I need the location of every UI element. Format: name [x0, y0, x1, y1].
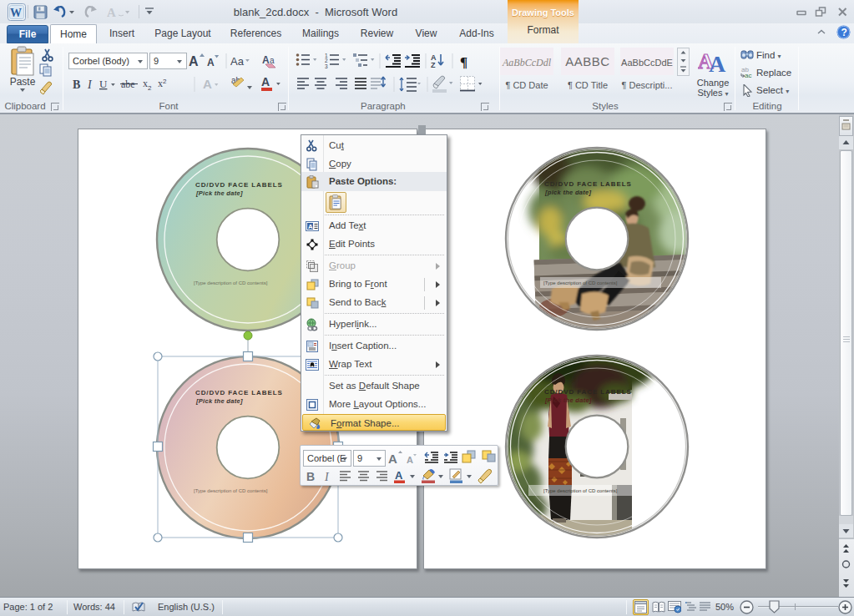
svg-text:[Type description of CD conten: [Type description of CD contents] [194, 280, 268, 285]
svg-text:A: A [261, 75, 270, 88]
svg-text:Z: Z [431, 61, 436, 69]
svg-text:B: B [73, 78, 80, 91]
svg-text:I: I [87, 78, 93, 91]
svg-text:U: U [99, 78, 108, 90]
svg-text:W: W [10, 7, 22, 19]
svg-text:2: 2 [163, 78, 167, 85]
svg-text:¶: ¶ [460, 54, 467, 70]
svg-text:?: ? [841, 27, 847, 38]
svg-text:A: A [388, 452, 397, 466]
svg-text:[Pick the date]: [Pick the date] [195, 189, 243, 197]
svg-text:3: 3 [325, 63, 328, 69]
svg-text:a: a [270, 56, 275, 65]
svg-text:Aa: Aa [230, 55, 245, 68]
svg-text:A: A [189, 54, 199, 68]
svg-text:[Type description of CD conten: [Type description of CD contents] [543, 280, 618, 285]
svg-text:A: A [395, 469, 403, 482]
svg-text:A: A [709, 51, 726, 75]
svg-text:CD/DVD FACE LABELS: CD/DVD FACE LABELS [544, 388, 632, 396]
svg-text:CD/DVD FACE LABELS: CD/DVD FACE LABELS [195, 181, 283, 189]
svg-text:CD/DVD FACE LABELS: CD/DVD FACE LABELS [544, 180, 632, 188]
svg-text:[Type description of CD conten: [Type description of CD contents] [543, 488, 618, 493]
svg-text:A: A [308, 223, 313, 230]
svg-text:I: I [324, 471, 330, 483]
svg-text:A: A [203, 77, 212, 91]
svg-text:ac: ac [745, 72, 751, 78]
svg-text:B: B [306, 470, 315, 483]
svg-text:2: 2 [148, 84, 152, 92]
svg-text:A: A [407, 455, 413, 465]
svg-text:[Pick the date]: [Pick the date] [544, 396, 592, 404]
svg-text:[pick the date]: [pick the date] [544, 189, 592, 196]
svg-text:A: A [207, 57, 215, 68]
svg-text:A: A [107, 6, 116, 19]
